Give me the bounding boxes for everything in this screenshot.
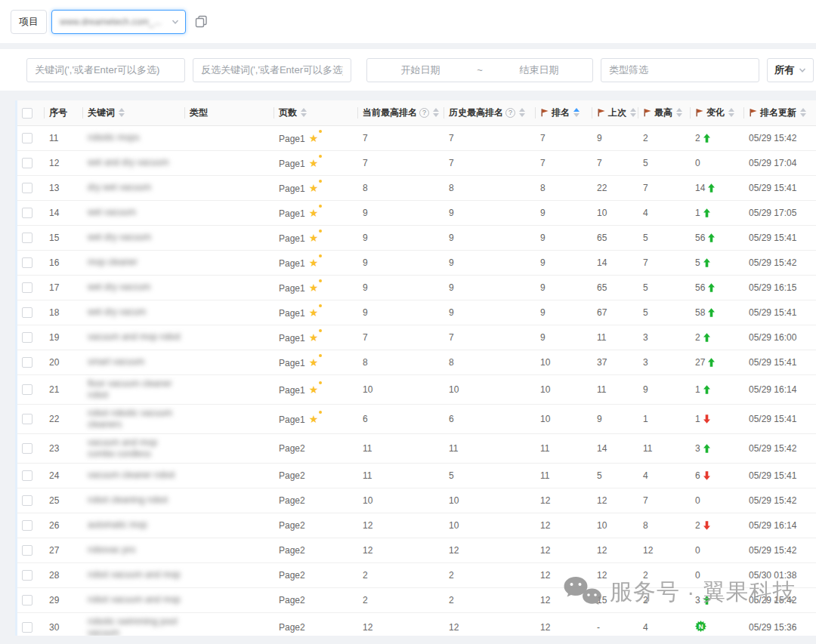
row-number: 25 bbox=[45, 488, 83, 513]
best-cell: 7 bbox=[638, 175, 691, 200]
keyword-filter-input[interactable] bbox=[26, 58, 185, 82]
current-best-cell: 8 bbox=[358, 350, 444, 374]
row-checkbox[interactable] bbox=[22, 357, 32, 368]
last-cell: 14 bbox=[592, 250, 638, 275]
best-cell: 3 bbox=[638, 350, 691, 374]
col-page[interactable]: 页数 bbox=[274, 100, 358, 125]
type-cell bbox=[185, 200, 274, 225]
keyword-cell: robot robotic vacuum cleaners bbox=[83, 404, 185, 433]
star-icon: ★ bbox=[309, 356, 319, 368]
type-cell bbox=[185, 150, 274, 175]
row-checkbox[interactable] bbox=[22, 332, 32, 343]
sort-control[interactable] bbox=[301, 108, 307, 117]
col-current-best[interactable]: 当前最高排名? bbox=[358, 100, 444, 125]
keyword-text: wet dry vacuum bbox=[88, 232, 151, 243]
updated-cell: 05/29 17:04 bbox=[744, 150, 816, 175]
row-number: 15 bbox=[45, 225, 83, 250]
page-cell: Page1★ bbox=[274, 150, 358, 175]
table-row: 16mop cleanerPage1★9991475 05/29 15:42 bbox=[17, 250, 816, 275]
row-checkbox[interactable] bbox=[22, 307, 32, 318]
last-cell: 22 bbox=[592, 175, 638, 200]
best-cell: 2 bbox=[638, 587, 691, 612]
scope-select-value: 所有 bbox=[774, 63, 794, 77]
rank-cell: 9 bbox=[536, 200, 592, 225]
keyword-cell: floor vacuum cleaner robot bbox=[83, 374, 185, 404]
best-cell: 2 bbox=[638, 562, 691, 587]
row-checkbox[interactable] bbox=[22, 133, 32, 143]
row-number: 17 bbox=[45, 275, 83, 300]
history-best-cell: 7 bbox=[444, 325, 536, 350]
col-rank[interactable]: 排名 bbox=[536, 100, 592, 125]
change-cell: 0 bbox=[691, 488, 744, 513]
col-best[interactable]: 最高 bbox=[638, 100, 691, 125]
keyword-text: smart vacuum bbox=[88, 356, 144, 368]
table-row: 29robot vacuum and mopPage222121523 05/2… bbox=[17, 587, 816, 612]
row-checkbox[interactable] bbox=[22, 570, 32, 581]
table-row: 20smart vacuumPage1★881037327 05/29 15:4… bbox=[17, 350, 816, 374]
best-cell: 7 bbox=[638, 250, 691, 275]
arrow-down-icon bbox=[703, 471, 710, 480]
row-checkbox[interactable] bbox=[22, 443, 32, 454]
sort-control[interactable] bbox=[728, 108, 734, 117]
last-cell: 11 bbox=[592, 374, 638, 404]
start-date-field[interactable]: 开始日期 bbox=[367, 63, 474, 77]
type-filter-input[interactable] bbox=[601, 58, 759, 82]
keyword-text: robot vacuum and mop bbox=[88, 594, 181, 605]
sort-control[interactable] bbox=[573, 108, 580, 117]
end-date-field[interactable]: 结束日期 bbox=[486, 63, 592, 77]
svg-text:N: N bbox=[698, 622, 703, 630]
col-keyword[interactable]: 关键词 bbox=[83, 100, 185, 125]
history-best-cell: 8 bbox=[444, 175, 536, 200]
best-cell: 2 bbox=[638, 125, 691, 150]
copy-icon[interactable] bbox=[195, 15, 208, 28]
row-checkbox[interactable] bbox=[22, 257, 32, 268]
row-checkbox[interactable] bbox=[22, 414, 32, 424]
star-icon: ★ bbox=[309, 232, 319, 244]
date-range-picker[interactable]: 开始日期 ~ 结束日期 bbox=[366, 58, 593, 82]
page-cell: Page1★ bbox=[274, 125, 358, 150]
row-checkbox[interactable] bbox=[22, 233, 32, 243]
sort-control[interactable] bbox=[433, 108, 439, 117]
col-updated[interactable]: 排名更新 bbox=[744, 100, 816, 125]
col-last[interactable]: 上次 bbox=[592, 100, 638, 125]
star-icon: ★ bbox=[309, 384, 319, 396]
row-checkbox[interactable] bbox=[22, 595, 32, 605]
row-checkbox[interactable] bbox=[22, 183, 32, 193]
sort-control[interactable] bbox=[630, 108, 636, 117]
row-checkbox[interactable] bbox=[22, 545, 32, 556]
row-checkbox[interactable] bbox=[22, 158, 32, 168]
row-checkbox[interactable] bbox=[22, 384, 32, 395]
col-history-best[interactable]: 历史最高排名? bbox=[444, 100, 536, 125]
sort-control[interactable] bbox=[519, 108, 525, 117]
current-best-cell: 10 bbox=[358, 488, 444, 513]
keyword-text: wet and dry vacuum bbox=[88, 157, 168, 168]
help-icon[interactable]: ? bbox=[419, 108, 429, 118]
current-best-cell: 9 bbox=[358, 300, 444, 325]
sort-control[interactable] bbox=[800, 108, 806, 117]
row-checkbox[interactable] bbox=[22, 622, 32, 633]
sort-control[interactable] bbox=[119, 108, 125, 117]
page-cell: Page2 bbox=[274, 612, 358, 636]
type-cell bbox=[185, 374, 274, 404]
page-cell: Page1★ bbox=[274, 374, 358, 404]
scope-select[interactable]: 所有 bbox=[767, 58, 814, 82]
row-checkbox[interactable] bbox=[22, 495, 32, 506]
row-checkbox[interactable] bbox=[22, 208, 32, 218]
col-change[interactable]: 变化 bbox=[691, 100, 744, 125]
row-checkbox[interactable] bbox=[22, 520, 32, 531]
select-all-checkbox[interactable] bbox=[22, 108, 32, 119]
keyword-cell: robovac pro bbox=[83, 538, 185, 562]
row-checkbox[interactable] bbox=[22, 282, 32, 293]
help-icon[interactable]: ? bbox=[505, 108, 515, 118]
keyword-text: robotic swimming pool vacuum bbox=[88, 616, 181, 636]
table-row: 30robotic swimming pool vacuumPage212121… bbox=[17, 612, 816, 636]
page-cell: Page1★ bbox=[274, 250, 358, 275]
sort-control[interactable] bbox=[676, 108, 682, 117]
exclude-keyword-filter-input[interactable] bbox=[193, 58, 351, 82]
keyword-cell: wet and dry vacuum bbox=[83, 150, 185, 175]
rank-cell: 9 bbox=[536, 325, 592, 350]
row-checkbox[interactable] bbox=[22, 470, 32, 481]
table-row: 18wet dry vacumPage1★99967558 05/29 15:4… bbox=[17, 300, 816, 325]
last-cell: 14 bbox=[592, 433, 638, 463]
project-select[interactable]: www.dreametech.com_... bbox=[51, 10, 186, 34]
